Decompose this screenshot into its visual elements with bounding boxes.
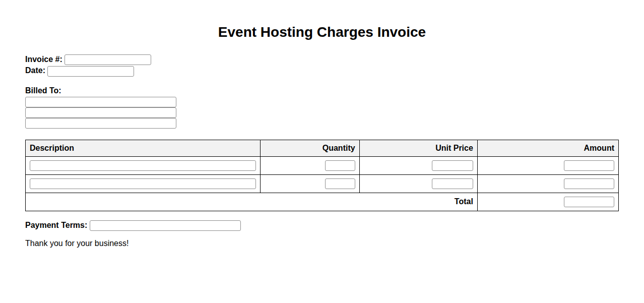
line-items-table: Description Quantity Unit Price Amount xyxy=(25,140,619,211)
description-input-row1[interactable] xyxy=(30,160,256,171)
unit-price-input-row1[interactable] xyxy=(432,160,473,171)
billed-to-section: Billed To: xyxy=(25,86,619,129)
table-row xyxy=(26,174,619,193)
header-quantity: Quantity xyxy=(261,140,360,156)
invoice-page: Event Hosting Charges Invoice Invoice #:… xyxy=(0,0,644,248)
description-cell xyxy=(26,156,261,174)
total-amount-input[interactable] xyxy=(564,197,614,207)
invoice-number-line: Invoice #: xyxy=(25,54,619,65)
quantity-input-row2[interactable] xyxy=(325,178,355,189)
unit-price-input-row2[interactable] xyxy=(432,178,473,189)
quantity-cell xyxy=(261,174,360,193)
page-title: Event Hosting Charges Invoice xyxy=(25,24,619,40)
date-input[interactable] xyxy=(47,66,134,77)
total-label: Total xyxy=(26,193,478,211)
invoice-number-label: Invoice #: xyxy=(25,55,62,64)
payment-terms-line: Payment Terms: xyxy=(25,220,619,231)
date-label: Date: xyxy=(25,66,45,75)
amount-cell xyxy=(477,174,618,193)
description-input-row2[interactable] xyxy=(30,178,256,189)
amount-input-row1[interactable] xyxy=(564,160,614,171)
billed-to-line2-input[interactable] xyxy=(25,107,176,118)
header-amount: Amount xyxy=(477,140,618,156)
date-line: Date: xyxy=(25,65,619,76)
thank-you-message: Thank you for your business! xyxy=(25,238,619,248)
amount-cell xyxy=(477,156,618,174)
amount-input-row2[interactable] xyxy=(564,178,614,189)
invoice-number-input[interactable] xyxy=(65,54,151,65)
total-amount-cell xyxy=(477,193,618,211)
unit-price-cell xyxy=(359,174,477,193)
table-header-row: Description Quantity Unit Price Amount xyxy=(26,140,619,156)
table-row xyxy=(26,156,619,174)
header-unit-price: Unit Price xyxy=(359,140,477,156)
unit-price-cell xyxy=(359,156,477,174)
billed-to-label: Billed To: xyxy=(25,86,619,95)
total-row: Total xyxy=(26,193,619,211)
billed-to-line3-input[interactable] xyxy=(25,118,176,129)
billed-to-line1-input[interactable] xyxy=(25,97,176,107)
quantity-input-row1[interactable] xyxy=(325,160,355,171)
header-description: Description xyxy=(26,140,261,156)
description-cell xyxy=(26,174,261,193)
payment-terms-label: Payment Terms: xyxy=(25,221,87,229)
payment-terms-input[interactable] xyxy=(90,220,241,231)
quantity-cell xyxy=(261,156,360,174)
